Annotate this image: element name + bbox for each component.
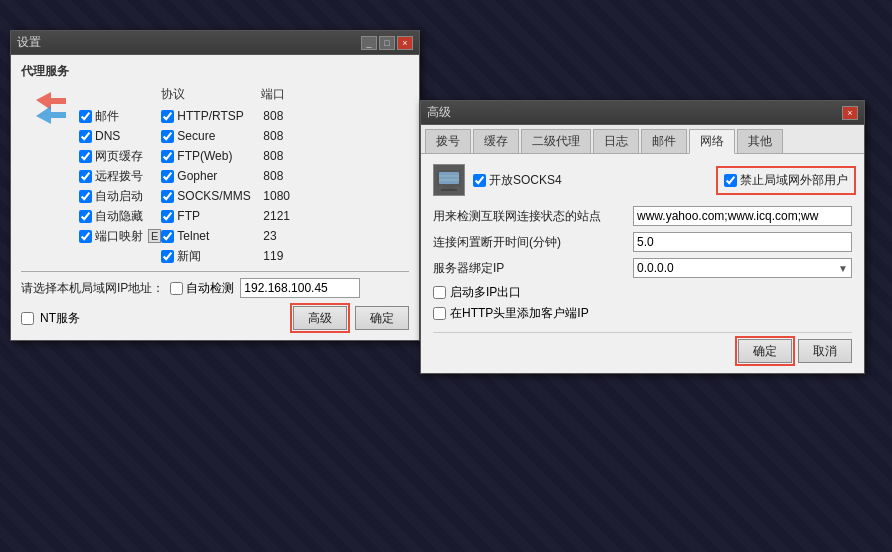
add-client-ip-row: 在HTTP头里添加客户端IP (433, 305, 852, 322)
advanced-title: 高级 (427, 104, 451, 121)
proto-ftp-web-input[interactable] (161, 150, 174, 163)
settings-divider (21, 271, 409, 272)
advanced-content: 开放SOCKS4 禁止局域网外部用户 用来检测互联网连接状态的站点 连接闲置断开… (421, 154, 864, 373)
port-secure: 808 (261, 127, 311, 145)
proxy-section-header: 代理服务 (21, 63, 409, 80)
ip-input[interactable] (240, 278, 360, 298)
settings-maximize-btn[interactable]: □ (379, 36, 395, 50)
protocols-area: 协议 端口 邮件 DNS (79, 86, 409, 265)
detection-row: 用来检测互联网连接状态的站点 (433, 206, 852, 226)
svg-rect-6 (443, 186, 455, 189)
proto-gopher-label: Gopher (177, 169, 217, 183)
tab-other[interactable]: 其他 (737, 129, 783, 153)
socks-row: 开放SOCKS4 禁止局域网外部用户 (433, 164, 852, 196)
socks4-label: 开放SOCKS4 (489, 172, 562, 189)
checkbox-dns-label: DNS (95, 129, 120, 143)
ban-users-label: 禁止局域网外部用户 (740, 172, 848, 189)
multi-ip-row: 启动多IP出口 (433, 284, 852, 301)
nt-service-checkbox[interactable] (21, 312, 34, 325)
settings-content: 代理服务 协议 端口 (11, 55, 419, 340)
settings-window: 设置 _ □ × 代理服务 协议 端口 (10, 30, 420, 341)
checkbox-autostart: 自动启动 (79, 187, 161, 205)
proto-ftp-input[interactable] (161, 210, 174, 223)
auto-detect-checkbox[interactable] (170, 282, 183, 295)
ip-label: 请选择本机局域网IP地址： (21, 280, 164, 297)
settings-title: 设置 (17, 34, 41, 51)
server-ip-value: 0.0.0.0 (637, 261, 674, 275)
checkbox-mail-input[interactable] (79, 110, 92, 123)
server-ip-row: 服务器绑定IP 0.0.0.0 ▼ (433, 258, 852, 278)
proto-http-rtsp-input[interactable] (161, 110, 174, 123)
svg-marker-1 (36, 106, 66, 124)
proxy-area: 协议 端口 邮件 DNS (21, 86, 409, 265)
proto-socks-mms-input[interactable] (161, 190, 174, 203)
proto-telnet-input[interactable] (161, 230, 174, 243)
proto-ftp: FTP (161, 207, 261, 225)
checkbox-remote-dial-input[interactable] (79, 170, 92, 183)
checkbox-portmap-input[interactable] (79, 230, 92, 243)
protocol-checkboxes-col: HTTP/RTSP Secure FTP(Web) Gopher (161, 107, 261, 265)
advanced-btn[interactable]: 高级 (293, 306, 347, 330)
socks4-checkbox[interactable] (473, 174, 486, 187)
add-client-ip-checkbox[interactable] (433, 307, 446, 320)
port-ftp: 2121 (261, 207, 311, 225)
tab-mail[interactable]: 邮件 (641, 129, 687, 153)
proto-gopher-input[interactable] (161, 170, 174, 183)
dropdown-arrow-icon: ▼ (838, 263, 848, 274)
checkbox-dns-input[interactable] (79, 130, 92, 143)
ban-users-checkbox[interactable] (724, 174, 737, 187)
settings-ok-btn[interactable]: 确定 (355, 306, 409, 330)
proto-http-rtsp: HTTP/RTSP (161, 107, 261, 125)
port-gopher: 808 (261, 167, 311, 185)
e-badge: E (148, 229, 161, 243)
socks4-checkbox-label: 开放SOCKS4 (473, 172, 562, 189)
proto-secure: Secure (161, 127, 261, 145)
multi-ip-label: 启动多IP出口 (450, 284, 521, 301)
proto-gopher: Gopher (161, 167, 261, 185)
port-col-header: 端口 (261, 86, 285, 103)
detection-input[interactable] (633, 206, 852, 226)
advanced-cancel-btn[interactable]: 取消 (798, 339, 852, 363)
advanced-close-btn[interactable]: × (842, 106, 858, 120)
proto-socks-mms-label: SOCKS/MMS (177, 189, 250, 203)
left-checkboxes-col: 邮件 DNS 网页缓存 远程拨号 (79, 107, 161, 265)
port-telnet: 23 (261, 227, 311, 245)
proxy-arrows-icon (31, 90, 71, 126)
proto-socks-mms: SOCKS/MMS (161, 187, 261, 205)
checkbox-dns: DNS (79, 127, 161, 145)
settings-close-btn[interactable]: × (397, 36, 413, 50)
tab-log[interactable]: 日志 (593, 129, 639, 153)
svg-rect-7 (441, 189, 457, 191)
checkbox-webcache-input[interactable] (79, 150, 92, 163)
auto-detect-label: 自动检测 (186, 280, 234, 297)
ip-row: 请选择本机局域网IP地址： 自动检测 (21, 278, 409, 298)
multi-ip-checkbox[interactable] (433, 286, 446, 299)
checkbox-remote-dial: 远程拨号 (79, 167, 161, 185)
settings-minimize-btn[interactable]: _ (361, 36, 377, 50)
nt-service-row: NT服务 (21, 310, 80, 327)
checkbox-autostart-input[interactable] (79, 190, 92, 203)
tab-dial[interactable]: 拨号 (425, 129, 471, 153)
interval-input[interactable] (633, 232, 852, 252)
port-ftp-web: 808 (261, 147, 311, 165)
advanced-bottom-buttons: 确定 取消 (433, 332, 852, 363)
svg-rect-3 (439, 172, 459, 184)
tab-cache[interactable]: 缓存 (473, 129, 519, 153)
checkbox-remote-dial-label: 远程拨号 (95, 168, 143, 185)
checkbox-autohide-input[interactable] (79, 210, 92, 223)
server-ip-dropdown[interactable]: 0.0.0.0 ▼ (633, 258, 852, 278)
advanced-ok-btn[interactable]: 确定 (738, 339, 792, 363)
checkbox-webcache: 网页缓存 (79, 147, 161, 165)
tab-secondary-proxy[interactable]: 二级代理 (521, 129, 591, 153)
port-http-rtsp: 808 (261, 107, 311, 125)
proto-ftp-label: FTP (177, 209, 200, 223)
proto-secure-input[interactable] (161, 130, 174, 143)
interval-label: 连接闲置断开时间(分钟) (433, 234, 633, 251)
proto-news-label: 新闻 (177, 248, 201, 265)
proto-ftp-web: FTP(Web) (161, 147, 261, 165)
checkbox-autohide: 自动隐藏 (79, 207, 161, 225)
checkbox-portmap-label: 端口映射 (95, 228, 143, 245)
proto-news-input[interactable] (161, 250, 174, 263)
port-news: 119 (261, 247, 311, 265)
tab-network[interactable]: 网络 (689, 129, 735, 154)
